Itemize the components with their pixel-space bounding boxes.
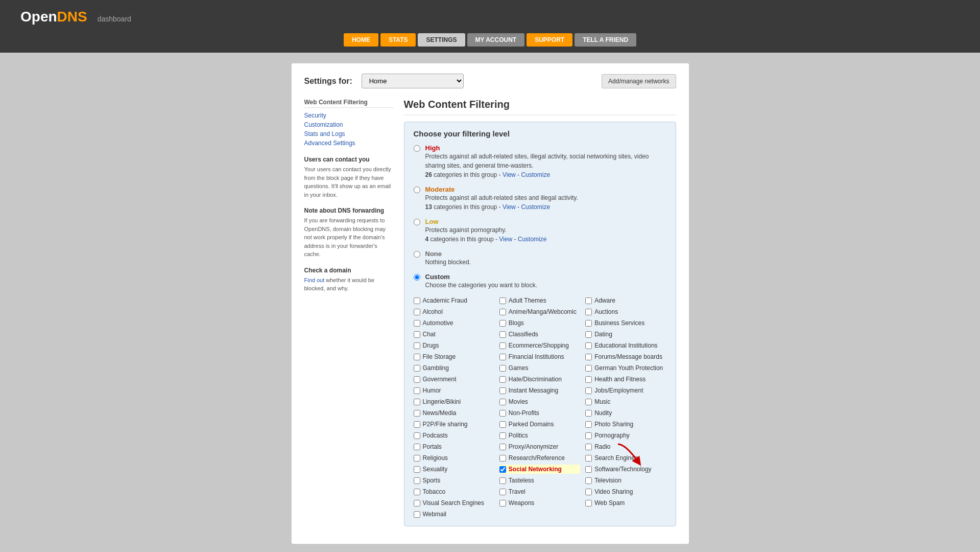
cat-nudity-checkbox[interactable] <box>585 410 592 417</box>
cat-parked-label[interactable]: Parked Domains <box>509 421 554 428</box>
cat-weapons-checkbox[interactable] <box>499 500 506 507</box>
cat-academic-fraud-label[interactable]: Academic Fraud <box>423 297 467 304</box>
cat-nudity-label[interactable]: Nudity <box>594 409 612 417</box>
filter-moderate-radio[interactable] <box>414 187 420 193</box>
cat-classifieds-label[interactable]: Classifieds <box>509 331 538 338</box>
cat-music-label[interactable]: Music <box>594 398 610 405</box>
cat-visualsearch-checkbox[interactable] <box>414 500 420 507</box>
cat-adult-themes-checkbox[interactable] <box>499 297 506 304</box>
add-manage-button[interactable]: Add/manage networks <box>602 74 676 88</box>
cat-webmail-label[interactable]: Webmail <box>423 511 446 518</box>
cat-socialnetworking-checkbox[interactable] <box>499 466 506 473</box>
cat-business-checkbox[interactable] <box>585 320 592 327</box>
cat-radio-label[interactable]: Radio <box>594 443 610 450</box>
cat-news-checkbox[interactable] <box>414 410 420 417</box>
cat-webspam-checkbox[interactable] <box>585 500 592 507</box>
cat-chat-checkbox[interactable] <box>414 331 420 338</box>
network-select[interactable]: Home <box>362 74 464 88</box>
filter-none-label[interactable]: None Nothing blocked. <box>425 250 471 267</box>
filter-high-customize[interactable]: Customize <box>521 171 550 178</box>
filter-moderate-view[interactable]: View <box>503 203 516 211</box>
filter-high-radio[interactable] <box>414 145 420 152</box>
cat-financial-checkbox[interactable] <box>499 354 506 360</box>
cat-sports-checkbox[interactable] <box>414 477 420 484</box>
cat-television-checkbox[interactable] <box>585 477 592 484</box>
cat-financial-label[interactable]: Financial Institutions <box>509 353 564 360</box>
cat-hate-label[interactable]: Hate/Discrimination <box>509 376 562 383</box>
sidebar-link-advanced[interactable]: Advanced Settings <box>304 139 394 148</box>
cat-automotive-checkbox[interactable] <box>414 320 420 327</box>
sidebar-domain-link[interactable]: Find out <box>304 277 325 283</box>
cat-adult-themes-label[interactable]: Adult Themes <box>509 297 546 304</box>
cat-government-label[interactable]: Government <box>423 376 457 383</box>
cat-weapons-label[interactable]: Weapons <box>509 499 534 507</box>
cat-software-checkbox[interactable] <box>585 466 592 473</box>
cat-podcasts-label[interactable]: Podcasts <box>423 432 448 439</box>
cat-health-label[interactable]: Health and Fitness <box>594 376 646 383</box>
cat-tobacco-label[interactable]: Tobacco <box>423 488 446 495</box>
nav-myaccount[interactable]: MY ACCOUNT <box>467 33 525 47</box>
cat-p2p-label[interactable]: P2P/File sharing <box>423 421 468 428</box>
cat-auctions-checkbox[interactable] <box>585 309 592 315</box>
cat-movies-checkbox[interactable] <box>499 399 506 405</box>
cat-blogs-checkbox[interactable] <box>499 320 506 327</box>
cat-proxy-checkbox[interactable] <box>499 444 506 450</box>
nav-support[interactable]: SUPPORT <box>527 33 572 47</box>
cat-radio-checkbox[interactable] <box>585 444 592 450</box>
cat-tasteless-checkbox[interactable] <box>499 477 506 484</box>
cat-dating-label[interactable]: Dating <box>594 331 612 338</box>
cat-adware-label[interactable]: Adware <box>594 297 615 304</box>
cat-politics-label[interactable]: Politics <box>509 432 528 439</box>
cat-research-checkbox[interactable] <box>499 455 506 462</box>
cat-blogs-label[interactable]: Blogs <box>509 319 524 327</box>
nav-stats[interactable]: STATS <box>380 33 416 47</box>
cat-movies-label[interactable]: Movies <box>509 398 528 405</box>
cat-filestorage-label[interactable]: File Storage <box>423 353 456 360</box>
cat-adware-checkbox[interactable] <box>585 297 592 304</box>
cat-portals-checkbox[interactable] <box>414 444 420 450</box>
cat-automotive-label[interactable]: Automotive <box>423 319 453 327</box>
cat-im-label[interactable]: Instant Messaging <box>509 387 558 394</box>
cat-sexuality-checkbox[interactable] <box>414 466 420 473</box>
cat-searchengines-checkbox[interactable] <box>585 455 592 462</box>
cat-anime-label[interactable]: Anime/Manga/Webcomic <box>509 308 577 315</box>
cat-german-checkbox[interactable] <box>585 365 592 372</box>
filter-high-label[interactable]: High Protects against all adult-related … <box>425 144 666 179</box>
cat-ecommerce-label[interactable]: Ecommerce/Shopping <box>509 342 569 349</box>
cat-politics-checkbox[interactable] <box>499 432 506 439</box>
sidebar-link-stats[interactable]: Stats and Logs <box>304 129 394 139</box>
cat-lingerie-label[interactable]: Lingerie/Bikini <box>423 398 461 405</box>
cat-ecommerce-checkbox[interactable] <box>499 342 506 349</box>
cat-auctions-label[interactable]: Auctions <box>594 308 618 315</box>
cat-jobs-label[interactable]: Jobs/Employment <box>594 387 643 394</box>
filter-moderate-customize[interactable]: Customize <box>521 203 550 211</box>
cat-searchengines-label[interactable]: Search Engines <box>594 454 638 462</box>
cat-webmail-checkbox[interactable] <box>414 511 420 518</box>
sidebar-link-customization[interactable]: Customization <box>304 120 394 129</box>
cat-forums-checkbox[interactable] <box>585 354 592 360</box>
cat-games-label[interactable]: Games <box>509 364 529 372</box>
filter-low-radio[interactable] <box>414 219 420 225</box>
cat-gambling-checkbox[interactable] <box>414 365 420 372</box>
sidebar-link-security[interactable]: Security <box>304 111 394 120</box>
cat-webspam-label[interactable]: Web Spam <box>594 499 625 507</box>
cat-classifieds-checkbox[interactable] <box>499 331 506 338</box>
cat-educational-checkbox[interactable] <box>585 342 592 349</box>
cat-forums-label[interactable]: Forums/Message boards <box>594 353 662 360</box>
filter-high-view[interactable]: View <box>503 171 516 178</box>
cat-videosharing-checkbox[interactable] <box>585 489 592 495</box>
filter-low-label[interactable]: Low Protects against pornography. 4 cate… <box>425 218 547 244</box>
nav-home[interactable]: HOME <box>344 33 378 47</box>
cat-videosharing-label[interactable]: Video Sharing <box>594 488 633 495</box>
cat-gambling-label[interactable]: Gambling <box>423 364 449 372</box>
cat-im-checkbox[interactable] <box>499 387 506 394</box>
cat-pornography-checkbox[interactable] <box>585 432 592 439</box>
cat-podcasts-checkbox[interactable] <box>414 432 420 439</box>
cat-drugs-label[interactable]: Drugs <box>423 342 439 349</box>
cat-music-checkbox[interactable] <box>585 399 592 405</box>
cat-software-label[interactable]: Software/Technology <box>594 466 651 473</box>
cat-visualsearch-label[interactable]: Visual Search Engines <box>423 499 485 507</box>
filter-moderate-label[interactable]: Moderate Protects against all adult-rela… <box>425 186 578 212</box>
cat-alcohol-label[interactable]: Alcohol <box>423 308 443 315</box>
nav-tellfriend[interactable]: TELL A FRIEND <box>575 33 636 47</box>
